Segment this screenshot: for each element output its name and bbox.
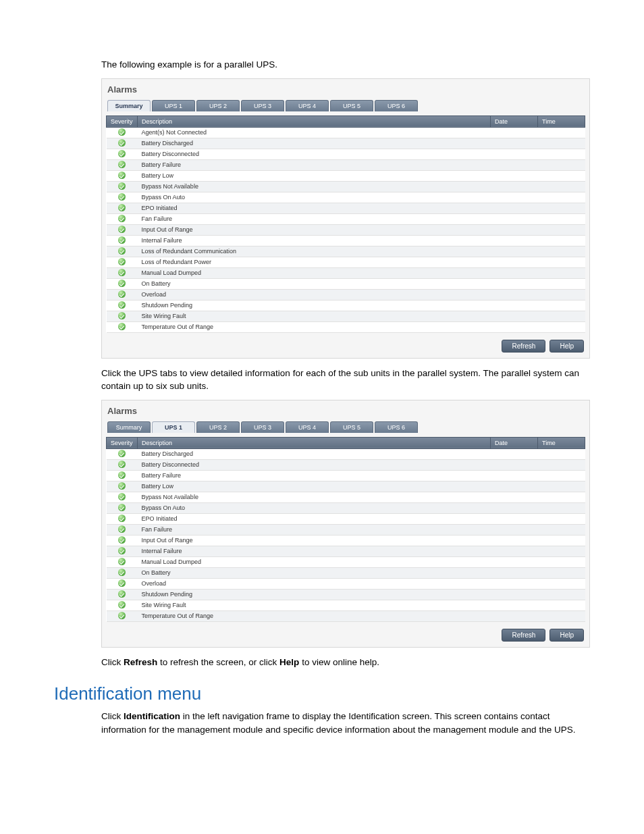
tab-ups-5[interactable]: UPS 5 [330,421,373,433]
date-cell [491,567,538,578]
status-ok-icon [118,215,126,222]
table-row: Bypass Not Available [107,181,585,192]
description-cell: Bypass Not Available [138,181,491,192]
description-cell: Battery Disconnected [138,459,491,470]
table-row: Overload [107,289,585,300]
status-ok-icon [118,579,126,587]
status-ok-icon [118,504,126,511]
status-ok-icon [118,461,126,468]
description-cell: Agent(s) Not Connected [138,127,491,138]
tab-ups-3[interactable]: UPS 3 [241,421,284,433]
col-severity[interactable]: Severity [107,115,138,127]
date-cell [491,203,538,213]
time-cell [538,181,585,192]
tab-summary[interactable]: Summary [107,100,151,111]
alarms-panel-summary: Alarms SummaryUPS 1UPS 2UPS 3UPS 4UPS 5U… [101,78,590,359]
date-cell [491,192,538,203]
status-ok-icon [118,493,126,500]
col-severity[interactable]: Severity [107,437,138,448]
severity-cell [107,502,138,513]
description-cell: Input Out of Range [138,224,491,235]
time-cell [538,470,585,481]
severity-cell [107,546,138,556]
severity-cell [107,278,138,289]
refresh-button[interactable]: Refresh [502,629,545,642]
time-cell [538,459,585,470]
help-button[interactable]: Help [549,340,584,353]
button-row: Refresh Help [106,340,585,353]
status-ok-icon [118,515,126,522]
help-button[interactable]: Help [549,629,584,642]
date-cell [491,149,538,159]
tabbar: SummaryUPS 1UPS 2UPS 3UPS 4UPS 5UPS 6 [107,421,585,433]
table-row: On Battery [107,278,585,289]
description-cell: Loss of Redundant Power [138,257,491,267]
status-ok-icon [118,312,126,319]
col-time[interactable]: Time [538,437,585,448]
table-row: Shutdown Pending [107,589,585,600]
description-cell: Shutdown Pending [138,300,491,311]
col-description[interactable]: Description [138,115,491,127]
time-cell [538,546,585,556]
description-cell: Battery Low [138,481,491,492]
status-ok-icon [118,471,126,479]
tab-ups-3[interactable]: UPS 3 [241,100,284,111]
status-ok-icon [118,182,126,190]
status-ok-icon [118,161,126,168]
status-ok-icon [118,569,126,576]
severity-cell [107,513,138,524]
description-cell: Bypass On Auto [138,192,491,203]
status-ok-icon [118,139,126,147]
time-cell [538,535,585,546]
tab-summary[interactable]: Summary [107,421,151,433]
tab-ups-4[interactable]: UPS 4 [286,421,329,433]
status-ok-icon [118,258,126,265]
col-date[interactable]: Date [491,115,538,127]
severity-cell [107,300,138,311]
date-cell [491,267,538,278]
status-ok-icon [118,247,126,255]
refresh-button[interactable]: Refresh [502,340,545,353]
tab-ups-4[interactable]: UPS 4 [286,100,329,111]
severity-cell [107,235,138,246]
description-cell: Site Wiring Fault [138,311,491,321]
tab-ups-1[interactable]: UPS 1 [152,100,195,111]
severity-cell [107,321,138,332]
time-cell [538,610,585,621]
table-row: Overload [107,578,585,589]
status-ok-icon [118,290,126,298]
tab-ups-2[interactable]: UPS 2 [196,421,240,433]
severity-cell [107,203,138,213]
severity-cell [107,289,138,300]
description-cell: Temperature Out of Range [138,321,491,332]
time-cell [538,311,585,321]
table-row: Temperature Out of Range [107,321,585,332]
status-ok-icon [118,323,126,330]
description-cell: EPO Initiated [138,203,491,213]
time-cell [538,138,585,149]
status-ok-icon [118,301,126,309]
table-row: Battery Low [107,481,585,492]
time-cell [538,448,585,459]
tab-ups-1[interactable]: UPS 1 [152,421,195,433]
description-cell: Overload [138,289,491,300]
panel-title: Alarms [106,403,585,421]
tab-ups-6[interactable]: UPS 6 [375,421,418,433]
tab-ups-2[interactable]: UPS 2 [196,100,240,111]
description-cell: Battery Discharged [138,448,491,459]
severity-cell [107,257,138,267]
time-cell [538,556,585,567]
status-ok-icon [118,612,126,619]
description-cell: EPO Initiated [138,513,491,524]
time-cell [538,481,585,492]
table-row: Shutdown Pending [107,300,585,311]
description-cell: Overload [138,578,491,589]
col-time[interactable]: Time [538,115,585,127]
description-cell: Fan Failure [138,213,491,224]
tab-ups-5[interactable]: UPS 5 [330,100,373,111]
tab-ups-6[interactable]: UPS 6 [375,100,418,111]
date-cell [491,246,538,257]
col-date[interactable]: Date [491,437,538,448]
col-description[interactable]: Description [138,437,491,448]
severity-cell [107,600,138,610]
